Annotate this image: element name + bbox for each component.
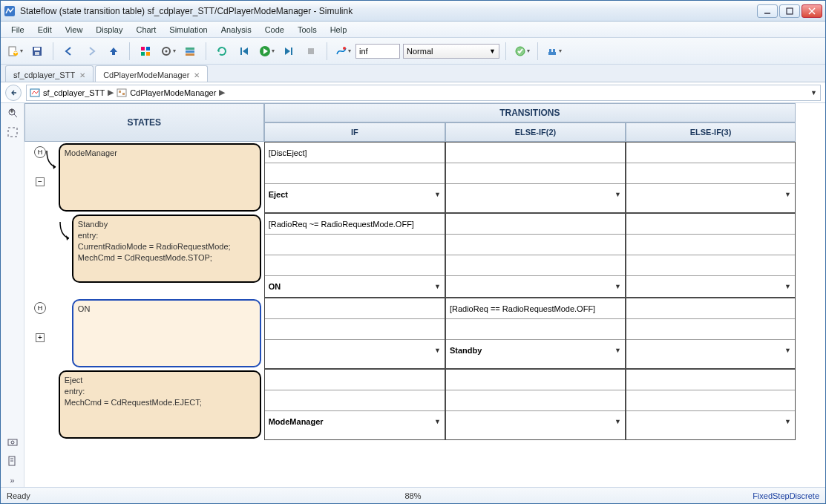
svg-rect-16	[186, 50, 194, 53]
condition-cell[interactable]	[446, 143, 625, 163]
menu-tools[interactable]: Tools	[292, 24, 323, 36]
collapse-toggle[interactable]: −	[36, 177, 45, 186]
fit-view-icon[interactable]	[6, 125, 19, 139]
record-button[interactable]: ▾	[333, 42, 353, 61]
menu-edit[interactable]: Edit	[32, 24, 58, 36]
history-junction-icon[interactable]: H	[34, 302, 46, 314]
close-icon[interactable]: ✕	[194, 71, 200, 79]
breadcrumb-item[interactable]: CdPlayerModeManager	[130, 88, 216, 97]
breadcrumb-item[interactable]: sf_cdplayer_STT	[43, 88, 105, 97]
show-hide-explorer-button[interactable]	[5, 85, 22, 101]
condition-cell[interactable]: [RadioReq == RadioRequestMode.OFF]	[446, 298, 625, 319]
destination-select[interactable]: ModeManager▼	[265, 411, 445, 432]
destination-select[interactable]: ▼	[626, 340, 795, 361]
history-junction-icon[interactable]: H	[34, 146, 46, 158]
stop-button[interactable]	[301, 42, 321, 61]
action-cell[interactable]	[446, 319, 625, 340]
condition-cell[interactable]	[265, 370, 445, 390]
action-cell[interactable]	[265, 390, 445, 411]
breadcrumb-dropdown[interactable]: ▼	[810, 89, 817, 96]
action-cell[interactable]	[626, 235, 795, 255]
checkmark-button[interactable]: ▾	[512, 42, 531, 61]
app-icon	[4, 5, 16, 17]
back-button[interactable]	[59, 42, 79, 61]
run-button[interactable]: ▾	[257, 42, 276, 61]
condition-cell[interactable]	[626, 143, 795, 163]
condition-cell[interactable]	[626, 214, 795, 235]
new-button[interactable]: +▾	[5, 42, 24, 61]
action-cell[interactable]	[626, 163, 795, 184]
up-button[interactable]	[104, 42, 123, 61]
condition-cell[interactable]	[265, 298, 445, 319]
collapse-icon[interactable]: »	[6, 474, 19, 487]
close-icon[interactable]: ✕	[79, 71, 85, 79]
action-cell[interactable]	[446, 163, 625, 184]
svg-point-22	[343, 47, 346, 50]
step-back-button[interactable]	[235, 42, 254, 61]
action-cell[interactable]	[446, 235, 625, 255]
action-cell[interactable]	[446, 390, 625, 411]
condition-cell[interactable]: [RadioReq ~= RadioRequestMode.OFF]	[265, 214, 445, 235]
state-on[interactable]: ON	[72, 299, 261, 367]
svg-rect-26	[553, 49, 555, 52]
action-cell[interactable]	[626, 319, 795, 340]
window-title: Stateflow (state transition table) sf_cd…	[20, 6, 757, 16]
action-cell[interactable]	[265, 163, 445, 184]
state-eject[interactable]: Eject entry: MechCmd = CdRequestMode.EJE…	[59, 370, 261, 439]
report-icon[interactable]	[6, 454, 19, 468]
destination-select[interactable]: Standby▼	[446, 340, 625, 361]
maximize-button[interactable]	[779, 4, 800, 18]
solver-label[interactable]: FixedStepDiscrete	[753, 491, 819, 500]
menu-help[interactable]: Help	[324, 24, 353, 36]
menu-analysis[interactable]: Analysis	[215, 24, 258, 36]
action-cell[interactable]	[446, 255, 625, 276]
menu-code[interactable]: Code	[259, 24, 290, 36]
destination-select[interactable]: Eject▼	[265, 184, 445, 205]
breadcrumb[interactable]: sf_cdplayer_STT ▶ CdPlayerModeManager ▶ …	[26, 85, 821, 101]
stop-time-input[interactable]	[355, 44, 400, 59]
destination-select[interactable]: ▼	[446, 411, 625, 432]
destination-select[interactable]: ▼	[626, 411, 795, 432]
menu-chart[interactable]: Chart	[130, 24, 162, 36]
destination-select[interactable]: ▼	[446, 184, 625, 205]
condition-cell[interactable]	[626, 370, 795, 390]
condition-cell[interactable]	[446, 214, 625, 235]
state-standby[interactable]: Standby entry: CurrentRadioMode = RadioR…	[72, 215, 261, 283]
forward-button[interactable]	[82, 42, 101, 61]
model-config-button[interactable]: ▾	[158, 42, 177, 61]
tab-cdplayermodemanager[interactable]: CdPlayerModeManager✕	[95, 65, 208, 82]
action-cell[interactable]	[265, 235, 445, 255]
expand-toggle[interactable]: +	[36, 333, 45, 342]
condition-cell[interactable]	[446, 370, 625, 390]
action-cell[interactable]	[265, 319, 445, 340]
save-button[interactable]	[27, 42, 47, 61]
tab-sf-cdplayer[interactable]: sf_cdplayer_STT✕	[5, 65, 94, 82]
condition-cell[interactable]	[626, 298, 795, 319]
svg-rect-15	[186, 48, 194, 50]
minimize-button[interactable]	[757, 4, 778, 18]
state-modemanager[interactable]: ModeManager	[59, 143, 261, 212]
simulation-mode-select[interactable]: Normal▼	[403, 44, 499, 59]
menu-display[interactable]: Display	[90, 24, 128, 36]
destination-select[interactable]: ▼	[626, 276, 795, 297]
action-cell[interactable]	[265, 255, 445, 276]
action-cell[interactable]	[626, 390, 795, 411]
destination-select[interactable]: ▼	[626, 184, 795, 205]
destination-select[interactable]: ON▼	[265, 276, 445, 297]
library-browser-button[interactable]	[136, 42, 155, 61]
menu-simulation[interactable]: Simulation	[163, 24, 213, 36]
zoom-in-icon[interactable]: +	[6, 106, 19, 120]
menu-view[interactable]: View	[59, 24, 89, 36]
step-forward-button[interactable]	[279, 42, 298, 61]
close-button[interactable]	[802, 4, 822, 18]
chevron-right-icon: ▶	[108, 88, 114, 97]
condition-cell[interactable]: [DiscEject]	[265, 143, 445, 163]
snapshot-icon[interactable]	[6, 435, 19, 448]
update-diagram-button[interactable]	[212, 42, 232, 61]
action-cell[interactable]	[626, 255, 795, 276]
destination-select[interactable]: ▼	[265, 340, 445, 361]
destination-select[interactable]: ▼	[446, 276, 625, 297]
model-explorer-button[interactable]	[180, 42, 200, 61]
menu-file[interactable]: File	[5, 24, 30, 36]
build-button[interactable]: ▾	[544, 42, 563, 61]
